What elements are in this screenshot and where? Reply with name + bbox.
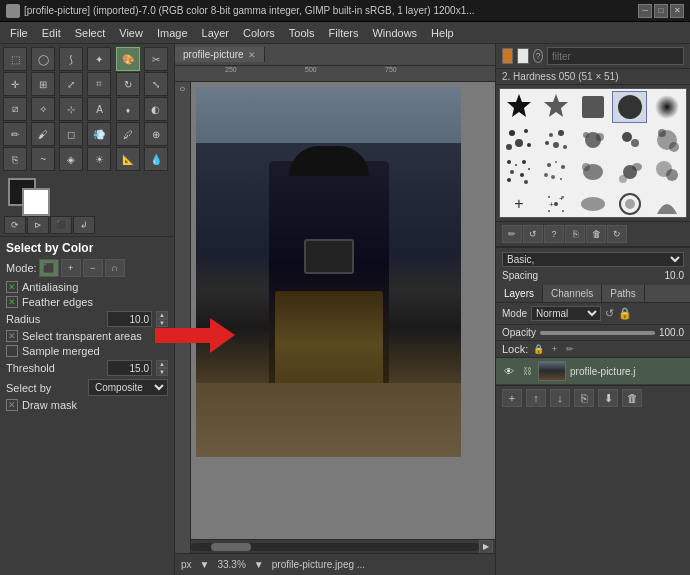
menu-image[interactable]: Image <box>151 25 194 41</box>
threshold-down[interactable]: ▼ <box>156 368 168 376</box>
tool-color-picker[interactable]: 💧 <box>144 147 168 171</box>
mode-subtract[interactable]: − <box>83 259 103 277</box>
tab-channels[interactable]: Channels <box>543 285 602 302</box>
transparent-checkbox[interactable]: ✕ <box>6 330 18 342</box>
brush-cell-sq1[interactable] <box>576 91 611 123</box>
mode-intersect[interactable]: ∩ <box>105 259 125 277</box>
brush-cell-splat5[interactable] <box>649 125 684 155</box>
antialias-checkbox[interactable]: ✕ <box>6 281 18 293</box>
menu-tools[interactable]: Tools <box>283 25 321 41</box>
brush-delete-btn[interactable]: 🗑 <box>586 225 606 243</box>
feather-checkbox[interactable]: ✕ <box>6 296 18 308</box>
window-controls[interactable]: ─ □ ✕ <box>638 4 684 18</box>
threshold-input[interactable] <box>107 360 152 376</box>
tool-pencil[interactable]: ✏ <box>3 122 27 146</box>
tool-clone[interactable]: ⎘ <box>3 147 27 171</box>
close-button[interactable]: ✕ <box>670 4 684 18</box>
lock-position[interactable]: 🔒 <box>532 343 544 355</box>
menu-filters[interactable]: Filters <box>323 25 365 41</box>
maximize-button[interactable]: □ <box>654 4 668 18</box>
sample-merged-checkbox[interactable] <box>6 345 18 357</box>
tool-scale[interactable]: ⤡ <box>144 72 168 96</box>
duplicate-layer-btn[interactable]: ⎘ <box>574 389 594 407</box>
merge-layer-btn[interactable]: ⬇ <box>598 389 618 407</box>
tool-ink[interactable]: 🖊 <box>116 122 140 146</box>
background-color[interactable] <box>22 188 50 216</box>
menu-edit[interactable]: Edit <box>36 25 67 41</box>
new-layer-btn[interactable]: + <box>502 389 522 407</box>
swatch-orange[interactable] <box>502 48 513 64</box>
scrollbar-thumb-h[interactable] <box>211 543 251 551</box>
new-action-btn[interactable]: ⟳ <box>4 216 26 234</box>
brush-cell-star2[interactable] <box>539 91 574 123</box>
brush-reset-btn[interactable]: ↺ <box>523 225 543 243</box>
tool-measure[interactable]: 📐 <box>116 147 140 171</box>
tab-paths[interactable]: Paths <box>602 285 645 302</box>
brush-cell-splat3[interactable] <box>576 125 611 155</box>
brush-cell-blob2[interactable] <box>612 157 647 187</box>
tool-dodge-burn[interactable]: ☀ <box>87 147 111 171</box>
tool-handle[interactable]: ⊹ <box>59 97 83 121</box>
brush-cell-circle-soft[interactable] <box>649 91 684 123</box>
canvas-viewport[interactable] <box>191 82 495 539</box>
menu-colors[interactable]: Colors <box>237 25 281 41</box>
brush-cell-star1[interactable] <box>502 91 537 123</box>
rotate-icon[interactable]: ↺ <box>605 307 614 320</box>
tool-fuzzy-select[interactable]: ✦ <box>87 47 111 71</box>
brush-cell-splat4[interactable] <box>612 125 647 155</box>
threshold-up[interactable]: ▲ <box>156 360 168 368</box>
tool-smudge[interactable]: ~ <box>31 147 55 171</box>
tool-rectangle-select[interactable]: ⬚ <box>3 47 27 71</box>
brush-cell-blob1[interactable] <box>576 157 611 187</box>
open-action-btn[interactable]: ⊳ <box>27 216 49 234</box>
help-icon[interactable]: ? <box>533 49 543 63</box>
mode-add[interactable]: + <box>61 259 81 277</box>
tool-warp[interactable]: ⤢ <box>59 72 83 96</box>
canvas-scrollbar-h[interactable]: ◀ ▶ <box>175 539 495 553</box>
canvas-tab-profile[interactable]: profile-picture ✕ <box>175 47 265 62</box>
radius-up[interactable]: ▲ <box>156 311 168 319</box>
tool-heal[interactable]: ⊕ <box>144 122 168 146</box>
mode-select[interactable]: Normal Multiply Screen <box>531 306 601 321</box>
minimize-button[interactable]: ─ <box>638 4 652 18</box>
layer-visibility[interactable]: 👁 <box>502 364 516 378</box>
brush-copy-btn[interactable]: ⎘ <box>565 225 585 243</box>
brush-cell-misc1[interactable] <box>576 189 611 218</box>
brush-cell-splat1[interactable] <box>502 125 537 155</box>
menu-view[interactable]: View <box>113 25 149 41</box>
brush-cell-circle-hard[interactable] <box>612 91 647 123</box>
tool-crop[interactable]: ⌗ <box>87 72 111 96</box>
layer-chain[interactable]: ⛓ <box>520 364 534 378</box>
brush-filter-input[interactable] <box>547 47 684 65</box>
menu-windows[interactable]: Windows <box>366 25 423 41</box>
lock-paint[interactable]: ✏ <box>564 343 576 355</box>
menu-layer[interactable]: Layer <box>196 25 236 41</box>
tool-airbrush[interactable]: 💨 <box>87 122 111 146</box>
tool-free-select[interactable]: ⟆ <box>59 47 83 71</box>
tool-sharpen[interactable]: ◈ <box>59 147 83 171</box>
menu-select[interactable]: Select <box>69 25 112 41</box>
brush-cell-dots2[interactable] <box>539 157 574 187</box>
radius-input[interactable] <box>107 311 152 327</box>
brush-random-btn[interactable]: ? <box>544 225 564 243</box>
tool-perspective[interactable]: ⟡ <box>31 97 55 121</box>
opacity-slider[interactable] <box>540 331 655 335</box>
swatch-white[interactable] <box>517 48 528 64</box>
scroll-right[interactable]: ▶ <box>479 540 493 554</box>
lock-alpha[interactable]: + <box>548 343 560 355</box>
brush-cell-cross2[interactable]: + + <box>539 189 574 218</box>
tool-text[interactable]: A <box>87 97 111 121</box>
canvas-tab-close[interactable]: ✕ <box>248 50 256 60</box>
tool-ellipse-select[interactable]: ◯ <box>31 47 55 71</box>
menu-help[interactable]: Help <box>425 25 460 41</box>
menu-file[interactable]: File <box>4 25 34 41</box>
lower-layer-btn[interactable]: ↓ <box>550 389 570 407</box>
select-by-select[interactable]: Composite Red Green Blue <box>88 379 168 396</box>
brush-cell-misc2[interactable] <box>612 189 647 218</box>
tool-paint-bucket[interactable]: ⬧ <box>116 97 140 121</box>
tool-move[interactable]: ✛ <box>3 72 27 96</box>
brush-cell-splat2[interactable] <box>539 125 574 155</box>
radius-down[interactable]: ▼ <box>156 319 168 327</box>
brush-refresh-btn[interactable]: ↻ <box>607 225 627 243</box>
delete-layer-btn[interactable]: 🗑 <box>622 389 642 407</box>
